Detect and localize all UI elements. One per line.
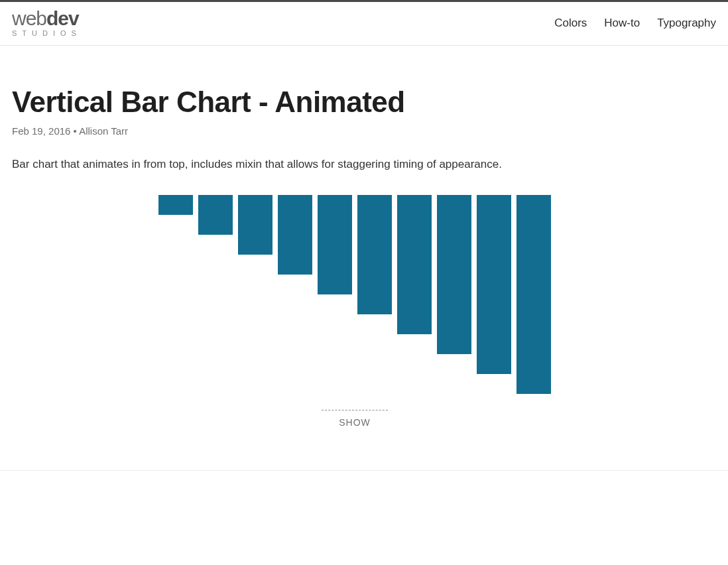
- nav-colors[interactable]: Colors: [554, 17, 587, 30]
- page-title: Vertical Bar Chart - Animated: [12, 86, 698, 119]
- post-description: Bar chart that animates in from top, inc…: [12, 158, 698, 171]
- bar-10: [516, 195, 551, 394]
- post-date: Feb 19, 2016: [12, 125, 70, 137]
- nav-typography[interactable]: Typography: [657, 17, 716, 30]
- footer-divider: [0, 470, 728, 471]
- logo-brand: webdev: [12, 9, 82, 29]
- chart-container: SHOW: [12, 195, 698, 430]
- primary-nav: Colors How-to Typography: [554, 17, 716, 30]
- bar-3: [238, 195, 273, 255]
- show-button[interactable]: SHOW: [334, 414, 376, 430]
- bar-8: [437, 195, 471, 354]
- divider-dotted: [322, 410, 388, 410]
- meta-separator: •: [70, 125, 79, 137]
- bar-2: [198, 195, 233, 235]
- nav-howto[interactable]: How-to: [604, 17, 640, 30]
- post-meta: Feb 19, 2016 • Allison Tarr: [12, 125, 698, 137]
- site-logo[interactable]: webdev STUDIOS: [12, 9, 82, 37]
- bar-5: [318, 195, 352, 294]
- bar-6: [357, 195, 392, 314]
- logo-brand-part2: dev: [46, 7, 79, 29]
- post-author: Allison Tarr: [79, 125, 128, 137]
- header: webdev STUDIOS Colors How-to Typography: [0, 2, 728, 46]
- page-content: Vertical Bar Chart - Animated Feb 19, 20…: [0, 46, 709, 470]
- bar-chart: [158, 195, 551, 394]
- show-area: SHOW: [322, 410, 388, 430]
- logo-brand-part1: web: [12, 7, 46, 29]
- logo-subtext: STUDIOS: [12, 30, 82, 37]
- bar-7: [397, 195, 432, 334]
- bar-9: [477, 195, 511, 374]
- bar-1: [158, 195, 193, 215]
- bar-4: [278, 195, 312, 275]
